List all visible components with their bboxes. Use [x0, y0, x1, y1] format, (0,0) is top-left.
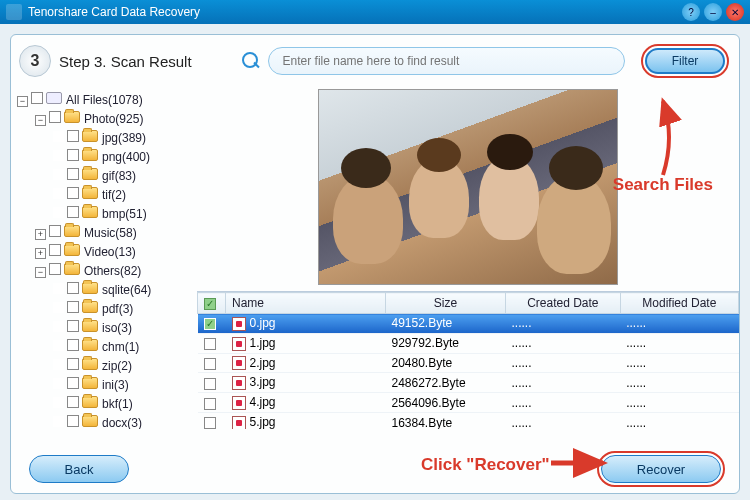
folder-icon: [82, 168, 98, 180]
image-file-icon: [232, 396, 246, 410]
recover-button[interactable]: Recover: [601, 455, 721, 483]
folder-icon: [82, 358, 98, 370]
folder-icon: [82, 130, 98, 142]
tree-node[interactable]: gif(83): [53, 167, 197, 186]
search-input[interactable]: [268, 47, 625, 75]
table-row[interactable]: 3.jpg 2486272.Byte............: [198, 373, 739, 393]
tree-node[interactable]: sqlite(64): [53, 281, 197, 300]
tree-node[interactable]: −Others(82)sqlite(64)pdf(3)iso(3)chm(1)z…: [35, 262, 197, 429]
step-header: 3 Step 3. Scan Result Filter: [11, 35, 739, 87]
tree-node[interactable]: tif(2): [53, 186, 197, 205]
folder-icon: [64, 111, 80, 123]
row-checkbox[interactable]: [204, 358, 216, 370]
window-title: Tenorshare Card Data Recovery: [28, 5, 200, 19]
tree-node[interactable]: iso(3): [53, 319, 197, 338]
image-file-icon: [232, 376, 246, 390]
folder-icon: [82, 149, 98, 161]
row-checkbox[interactable]: [204, 338, 216, 350]
table-row[interactable]: 1.jpg 929792.Byte............: [198, 333, 739, 353]
tree-node[interactable]: bkf(1): [53, 395, 197, 414]
tree-node[interactable]: ini(3): [53, 376, 197, 395]
tree-node[interactable]: +Video(13): [35, 243, 197, 262]
tree-node[interactable]: pdf(3): [53, 300, 197, 319]
folder-icon: [82, 301, 98, 313]
folder-icon: [82, 415, 98, 427]
folder-icon: [82, 206, 98, 218]
image-file-icon: [232, 356, 246, 370]
step-title: Step 3. Scan Result: [59, 53, 192, 70]
folder-icon: [82, 396, 98, 408]
preview-image: [318, 89, 618, 285]
footer: Back Recover: [11, 445, 739, 493]
table-row[interactable]: 2.jpg 20480.Byte............: [198, 353, 739, 373]
table-row[interactable]: 5.jpg 16384.Byte............: [198, 413, 739, 429]
col-size[interactable]: Size: [386, 293, 506, 314]
folder-icon: [64, 263, 80, 275]
folder-icon: [82, 320, 98, 332]
filter-button[interactable]: Filter: [645, 48, 725, 74]
file-tree[interactable]: −All Files(1078)−Photo(925)jpg(389)png(4…: [11, 87, 197, 429]
search-icon: [240, 50, 262, 72]
table-row[interactable]: 0.jpg 49152.Byte............: [198, 314, 739, 334]
col-modified[interactable]: Modified Date: [620, 293, 738, 314]
back-button[interactable]: Back: [29, 455, 129, 483]
tree-node[interactable]: −Photo(925)jpg(389)png(400)gif(83)tif(2)…: [35, 110, 197, 224]
folder-icon: [82, 282, 98, 294]
table-row[interactable]: 4.jpg 2564096.Byte............: [198, 393, 739, 413]
titlebar: Tenorshare Card Data Recovery ? – ✕: [0, 0, 750, 24]
folder-icon: [64, 225, 80, 237]
row-checkbox[interactable]: [204, 417, 216, 429]
folder-icon: [82, 339, 98, 351]
row-checkbox[interactable]: [204, 378, 216, 390]
file-table[interactable]: Name Size Created Date Modified Date 0.j…: [197, 291, 739, 429]
preview-pane: [197, 87, 739, 287]
main-frame: 3 Step 3. Scan Result Filter −All Files(…: [10, 34, 740, 494]
col-checkbox[interactable]: [198, 293, 226, 314]
col-name[interactable]: Name: [226, 293, 386, 314]
tree-node[interactable]: jpg(389): [53, 129, 197, 148]
tree-node[interactable]: chm(1): [53, 338, 197, 357]
tree-node[interactable]: −All Files(1078)−Photo(925)jpg(389)png(4…: [17, 91, 197, 429]
image-file-icon: [232, 337, 246, 351]
step-number-badge: 3: [19, 45, 51, 77]
tree-node[interactable]: bmp(51): [53, 205, 197, 224]
close-button[interactable]: ✕: [726, 3, 744, 21]
col-created[interactable]: Created Date: [506, 293, 621, 314]
tree-node[interactable]: +Music(58): [35, 224, 197, 243]
folder-icon: [82, 377, 98, 389]
minimize-button[interactable]: –: [704, 3, 722, 21]
drive-icon: [46, 92, 62, 104]
row-checkbox[interactable]: [204, 318, 216, 330]
image-file-icon: [232, 317, 246, 331]
app-icon: [6, 4, 22, 20]
folder-icon: [64, 244, 80, 256]
tree-node[interactable]: docx(3): [53, 414, 197, 429]
folder-icon: [82, 187, 98, 199]
help-button[interactable]: ?: [682, 3, 700, 21]
image-file-icon: [232, 416, 246, 429]
tree-node[interactable]: zip(2): [53, 357, 197, 376]
tree-node[interactable]: png(400): [53, 148, 197, 167]
row-checkbox[interactable]: [204, 398, 216, 410]
